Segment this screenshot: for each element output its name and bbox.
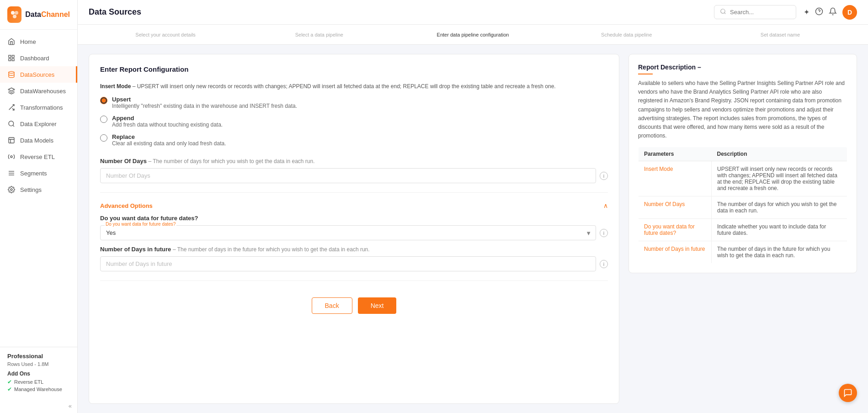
table-row: Do you want data for future dates?Indica… (639, 219, 847, 241)
logo-icon (7, 6, 21, 23)
svg-point-18 (11, 189, 12, 191)
radio-group: Upsert Intelligently "refresh" existing … (100, 96, 608, 147)
svg-point-0 (11, 11, 15, 15)
radio-upsert-label: Upsert (112, 96, 297, 103)
header-icons: ✦ D (804, 5, 857, 20)
chat-bubble[interactable] (839, 384, 857, 402)
future-dates-select-label: Do you want data for future dates? (105, 222, 176, 227)
sidebar-item-segments[interactable]: Segments (0, 165, 77, 181)
radio-upsert-input[interactable] (100, 97, 107, 104)
svg-marker-8 (8, 88, 14, 91)
step-1: Select your account details (89, 30, 242, 39)
dashboard-icon (7, 54, 16, 62)
param-desc: The number of days in the future for whi… (712, 241, 847, 264)
radio-replace-input[interactable] (100, 134, 107, 142)
radio-append-input[interactable] (100, 116, 107, 123)
logo[interactable]: DataChannel (0, 0, 77, 30)
table-row: Number of Days in futureThe number of da… (639, 241, 847, 264)
avatar[interactable]: D (842, 5, 857, 20)
search-icon (720, 8, 726, 16)
page-title: Data Sources (89, 7, 141, 17)
advanced-content: Do you want data for future dates? Do yo… (100, 215, 608, 271)
main-content: Data Sources ✦ D Select your (78, 0, 868, 413)
footer-actions: Back Next (100, 290, 608, 316)
header-right: ✦ D (714, 5, 857, 20)
number-of-days-input[interactable] (100, 168, 596, 183)
sidebar-bottom: Professional Rows Used - 1.8M Add Ons ✔ … (0, 347, 77, 399)
sidebar-item-reverse-etl[interactable]: Reverse ETL (0, 148, 77, 165)
future-dates-info-icon[interactable]: i (600, 229, 608, 237)
svg-line-20 (724, 13, 726, 14)
desc-col-header: Description (712, 147, 847, 161)
radio-replace-desc: Clear all existing data and only load fr… (112, 140, 226, 147)
number-of-days-row: i (100, 168, 608, 183)
section-title: Enter Report Configuration (100, 65, 608, 73)
days-in-future-input[interactable] (100, 256, 596, 271)
param-name: Number Of Days (639, 196, 712, 219)
days-in-future-label: Number of Days in future – The number of… (100, 246, 608, 253)
content-area: Enter Report Configuration Insert Mode –… (78, 45, 868, 413)
models-icon (7, 136, 16, 144)
svg-point-1 (15, 11, 18, 15)
future-dates-label: Do you want data for future dates? (100, 215, 608, 222)
future-dates-select[interactable]: Yes No (100, 225, 596, 240)
help-icon[interactable] (815, 7, 823, 17)
sidebar-item-dashboard[interactable]: Dashboard (0, 50, 77, 66)
svg-point-14 (11, 156, 12, 158)
radio-append-label: Append (112, 115, 223, 122)
radio-replace: Replace Clear all existing data and only… (100, 133, 608, 147)
svg-line-12 (13, 125, 14, 127)
bottom-divider (100, 281, 608, 281)
next-button[interactable]: Next (358, 297, 397, 314)
sidebar-item-data-explorer[interactable]: Data Explorer (0, 116, 77, 132)
report-desc-text: Available to sellers who have the Sellin… (638, 79, 847, 140)
notification-icon[interactable] (829, 7, 837, 17)
advanced-options-title: Advanced Options (100, 202, 153, 209)
home-icon (7, 37, 16, 46)
sidebar-item-settings[interactable]: Settings (0, 181, 77, 198)
days-in-future-info-icon[interactable]: i (600, 260, 608, 268)
svg-point-7 (9, 71, 14, 73)
insert-mode-section: Insert Mode – UPSERT will insert only ne… (100, 82, 608, 150)
explorer-icon (7, 120, 16, 128)
sidebar-item-data-models[interactable]: Data Models (0, 132, 77, 148)
svg-point-19 (721, 9, 725, 13)
param-desc: Indicate whether you want to include dat… (712, 219, 847, 241)
param-name: Number of Days in future (639, 241, 712, 264)
addons-label: Add Ons (7, 371, 70, 377)
back-button[interactable]: Back (312, 297, 352, 314)
sparkle-icon[interactable]: ✦ (804, 8, 809, 16)
etl-icon (7, 153, 16, 161)
param-desc: UPSERT will insert only new records or r… (712, 161, 847, 196)
svg-rect-5 (12, 58, 14, 61)
step-5: Set dataset name (703, 30, 857, 39)
settings-icon (7, 185, 16, 194)
svg-rect-6 (9, 58, 11, 61)
advanced-options-header[interactable]: Advanced Options ∧ (100, 202, 608, 209)
svg-rect-13 (9, 138, 14, 143)
step-4: Schedule data pipeline (550, 30, 703, 39)
params-col-header: Parameters (639, 147, 712, 161)
radio-append-desc: Add fresh data without touching existing… (112, 122, 223, 128)
sidebar-item-home[interactable]: Home (0, 33, 77, 50)
segments-icon (7, 169, 16, 177)
collapse-button[interactable]: « (0, 399, 77, 413)
addon-reverse-etl: ✔ Reverse ETL (7, 379, 70, 385)
sidebar-item-transformations[interactable]: Transformations (0, 99, 77, 116)
sidebar-item-datawarehouses[interactable]: DataWarehouses (0, 83, 77, 99)
svg-rect-3 (9, 55, 11, 58)
warehouses-icon (7, 87, 16, 95)
days-in-future-section: Number of Days in future – The number of… (100, 246, 608, 271)
divider (100, 192, 608, 193)
number-of-days-section: Number Of Days – The number of days for … (100, 158, 608, 183)
transformations-icon (7, 103, 16, 111)
number-of-days-info-icon[interactable]: i (600, 172, 608, 180)
params-table: Parameters Description Insert ModeUPSERT… (638, 147, 847, 264)
addon-managed-warehouse: ✔ Managed Warehouse (7, 386, 70, 392)
search-box[interactable] (714, 5, 796, 19)
radio-replace-label: Replace (112, 133, 226, 140)
steps-list: Select your account details Select a dat… (89, 30, 857, 39)
sidebar-item-datasources[interactable]: DataSources (0, 66, 77, 83)
radio-upsert-desc: Intelligently "refresh" existing data in… (112, 103, 297, 109)
search-input[interactable] (730, 9, 790, 16)
